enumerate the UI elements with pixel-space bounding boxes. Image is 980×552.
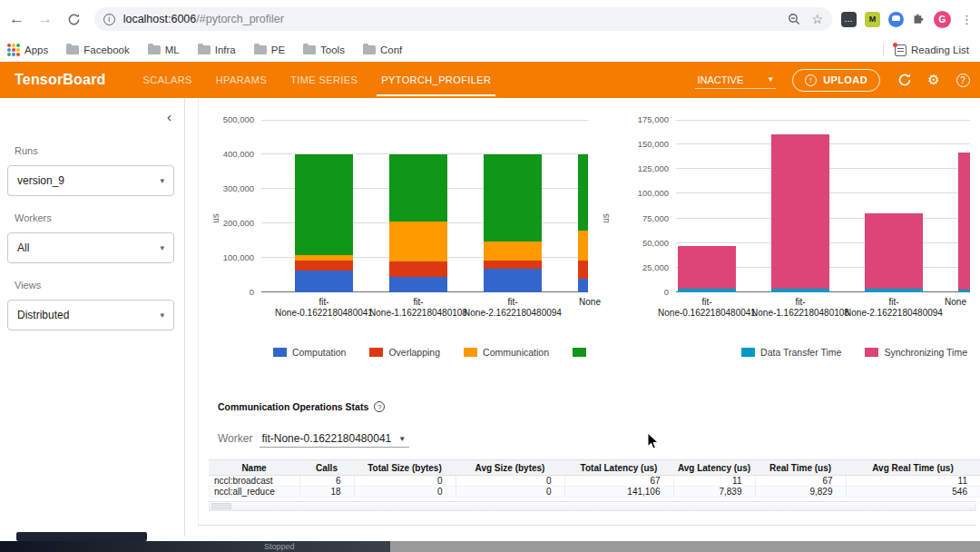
bookmark-facebook[interactable]: Facebook [66, 44, 130, 55]
legend-swatch [273, 348, 287, 357]
bar-segment[interactable] [389, 261, 447, 277]
legend-swatch [573, 348, 586, 357]
bar-segment[interactable] [958, 153, 970, 290]
tab-scalars[interactable]: SCALARS [132, 62, 204, 98]
tab-hparams[interactable]: HPARAMS [204, 62, 279, 98]
column-header-total-size-bytes-[interactable]: Total Size (bytes) [354, 460, 456, 476]
tab-pytorch-profiler[interactable]: PYTORCH_PROFILER [369, 62, 503, 98]
table-horizontal-scrollbar[interactable] [209, 501, 976, 511]
select-runs[interactable]: version_9▾ [7, 165, 174, 196]
bookmark-tools[interactable]: Tools [303, 44, 345, 55]
settings-button[interactable]: ⚙ [922, 68, 946, 92]
bar-segment[interactable] [484, 242, 542, 261]
tab-time-series[interactable]: TIME SERIES [279, 62, 369, 98]
reload-icon[interactable] [62, 7, 84, 31]
extension-icon-blue[interactable] [888, 12, 904, 27]
bar-segment[interactable] [865, 289, 923, 292]
bar-segment[interactable] [678, 246, 736, 289]
url-path: /#pytorch_profiler [196, 13, 284, 25]
column-header-real-time-us-[interactable]: Real Time (us) [755, 460, 846, 476]
scrollbar-thumb[interactable] [211, 503, 231, 509]
upload-icon: ↑ [805, 74, 817, 86]
help-button[interactable]: ? [951, 68, 975, 92]
bar-segment[interactable] [484, 269, 542, 292]
select-value: All [17, 242, 160, 254]
upload-button[interactable]: ↑ UPLOAD [792, 69, 880, 92]
select-value: version_9 [17, 174, 160, 187]
back-icon[interactable]: ← [5, 7, 28, 31]
bar-segment[interactable] [295, 271, 353, 292]
table-row[interactable]: nccl:broadcast60067116711 [209, 476, 980, 487]
bar-segment[interactable] [389, 277, 447, 292]
bar-segment[interactable] [771, 134, 829, 289]
bookmark-ml[interactable]: ML [148, 44, 180, 55]
bar-segment[interactable] [678, 289, 736, 292]
site-info-icon[interactable]: i [103, 14, 115, 25]
bar-segment[interactable] [865, 213, 923, 289]
bookmark-conf[interactable]: Conf [363, 44, 402, 55]
profile-avatar[interactable]: G [934, 11, 951, 28]
bar-segment[interactable] [578, 231, 588, 261]
bar-segment[interactable] [771, 289, 829, 292]
sidebar-label-views: Views [15, 280, 41, 291]
sidebar-collapse-icon[interactable]: ‹ [167, 109, 172, 124]
tensorboard-logo[interactable]: TensorBoard [15, 72, 106, 88]
reading-list-badge [893, 43, 897, 47]
legend-swatch [464, 348, 477, 357]
bar-segment[interactable] [295, 261, 353, 271]
bar-segment[interactable] [484, 154, 542, 242]
y-tick-label: 100,000 [599, 188, 669, 198]
bar-segment[interactable] [958, 290, 970, 292]
table-cell: 0 [354, 476, 456, 487]
y-tick-label: 75,000 [599, 213, 669, 223]
worker-select[interactable]: fit-None-0.1622180480041 ▼ [260, 432, 409, 448]
column-header-avg-latency-us-[interactable]: Avg Latency (us) [673, 460, 755, 476]
column-header-name[interactable]: Name [209, 460, 299, 476]
comm-stats-table: NameCallsTotal Size (bytes)Avg Size (byt… [209, 459, 980, 498]
zoom-icon[interactable] [788, 13, 800, 25]
extensions-puzzle-icon[interactable] [912, 13, 926, 26]
bookmark-infra[interactable]: Infra [198, 44, 236, 55]
url-text[interactable]: localhost:6006/#pytorch_profiler [123, 13, 789, 25]
bookmark-apps[interactable]: Apps [7, 44, 48, 56]
table-cell: 11 [846, 476, 980, 487]
card-left-border [198, 98, 199, 525]
bar-segment[interactable] [578, 261, 588, 279]
bar-segment[interactable] [578, 154, 588, 231]
bar-segment[interactable] [295, 154, 353, 255]
bookmark-label: Apps [24, 44, 48, 55]
bar-segment[interactable] [389, 222, 447, 261]
column-header-avg-size-bytes-[interactable]: Avg Size (bytes) [456, 460, 564, 476]
y-tick-label: 0 [209, 287, 254, 297]
bookmarks-separator [883, 44, 884, 56]
select-workers[interactable]: All▾ [7, 232, 174, 263]
address-bar[interactable]: i localhost:6006/#pytorch_profiler ☆ [94, 7, 832, 31]
bar-segment[interactable] [484, 261, 542, 269]
status-dropdown[interactable]: INACTIVE ▼ [695, 72, 776, 89]
select-views[interactable]: Distributed▾ [7, 300, 174, 330]
help-tooltip-icon[interactable]: ? [374, 401, 385, 412]
extension-icon-m[interactable]: M [865, 12, 880, 27]
forward-icon[interactable]: → [34, 7, 56, 31]
bookmark-pe[interactable]: PE [254, 44, 285, 55]
reading-list-button[interactable]: Reading List [895, 44, 969, 56]
column-header-calls[interactable]: Calls [299, 460, 354, 476]
tab-bar: SCALARSHPARAMSTIME SERIESPYTORCH_PROFILE… [132, 62, 504, 98]
refresh-button[interactable] [893, 68, 916, 92]
bar-segment[interactable] [578, 279, 588, 292]
browser-menu-icon[interactable]: ⋮ [961, 13, 973, 26]
legend-label: Synchronizing Time [884, 347, 967, 358]
y-tick-label: 500,000 [209, 114, 254, 124]
legend-item: Data Transfer Time [741, 347, 841, 358]
legend-label: Computation [292, 347, 347, 358]
apps-grid-icon [7, 44, 20, 56]
plot-area [261, 120, 588, 292]
bar-segment[interactable] [389, 154, 447, 222]
worker-caret-icon: ▼ [398, 435, 406, 443]
bookmark-star-icon[interactable]: ☆ [811, 12, 823, 26]
bar-segment[interactable] [295, 255, 353, 261]
extension-icon-dots[interactable]: ... [841, 12, 857, 27]
column-header-avg-real-time-us-[interactable]: Avg Real Time (us) [846, 460, 980, 476]
table-row[interactable]: nccl:all_reduce1800141,1067,8399,829546 [209, 487, 980, 498]
column-header-total-latency-us-[interactable]: Total Latency (us) [564, 460, 673, 476]
